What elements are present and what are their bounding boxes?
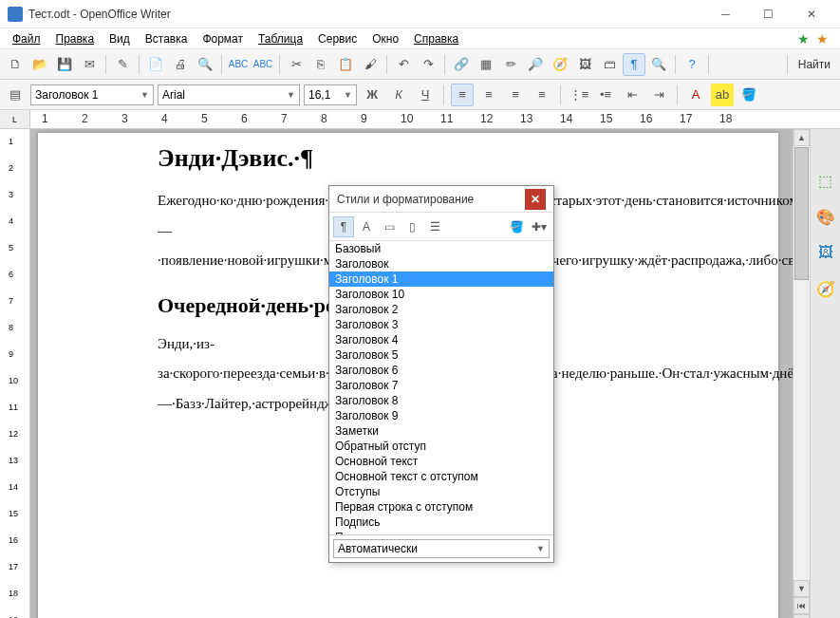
sidebar-styles-icon[interactable]: 🎨 [814, 205, 837, 228]
horizontal-ruler[interactable]: 123456789101112131415161718 [30, 110, 793, 128]
ruler-corner[interactable]: L [0, 110, 30, 128]
scroll-up-icon[interactable]: ▲ [793, 129, 810, 146]
paragraph-styles-icon[interactable]: ¶ [333, 216, 354, 237]
decrease-indent-icon[interactable]: ⇤ [621, 84, 644, 106]
font-color-icon[interactable]: A [684, 84, 707, 106]
scroll-down-icon[interactable]: ▼ [793, 580, 810, 597]
vertical-scrollbar[interactable]: ▲ ▼ ⏮ ◉ ⏭ [793, 129, 810, 618]
draw-icon[interactable]: ✏ [499, 53, 522, 76]
menu-view[interactable]: Вид [103, 31, 137, 47]
menu-table[interactable]: Таблица [252, 31, 309, 47]
menu-help[interactable]: Справка [407, 31, 465, 47]
background-color-icon[interactable]: 🪣 [737, 84, 760, 106]
navigator-icon[interactable]: 🧭 [549, 53, 571, 76]
character-styles-icon[interactable]: A [356, 216, 377, 237]
styles-dialog[interactable]: Стили и форматирование ✕ ¶ A ▭ ▯ ☰ 🪣 ✚▾ … [328, 185, 554, 563]
style-list-item[interactable]: Первая строка с отступом [329, 499, 553, 515]
frame-styles-icon[interactable]: ▭ [379, 216, 400, 237]
style-list-item[interactable]: Заголовок 4 [329, 332, 553, 347]
dialog-close-button[interactable]: ✕ [525, 189, 546, 210]
nav-icon[interactable]: ◉ [793, 614, 810, 618]
menu-format[interactable]: Формат [196, 31, 250, 47]
align-right-icon[interactable]: ≡ [504, 84, 527, 106]
align-left-icon[interactable]: ≡ [451, 84, 474, 106]
menu-window[interactable]: Окно [365, 31, 405, 47]
preview-icon[interactable]: 🔍 [194, 53, 216, 76]
table-icon[interactable]: ▦ [475, 53, 497, 76]
bold-icon[interactable]: Ж [361, 84, 383, 106]
styles-window-icon[interactable]: ▤ [4, 84, 27, 106]
undo-icon[interactable]: ↶ [392, 53, 415, 76]
heading-1[interactable]: Энди·Дэвис.·¶ [158, 144, 759, 173]
underline-icon[interactable]: Ч [414, 84, 437, 106]
close-button[interactable]: ✕ [790, 1, 832, 28]
page-styles-icon[interactable]: ▯ [401, 216, 422, 237]
numbered-list-icon[interactable]: ⋮≡ [568, 84, 590, 106]
style-list-item[interactable]: Заголовок 2 [329, 302, 553, 317]
help-icon[interactable]: ? [681, 53, 703, 76]
style-list-item[interactable]: Отступы [329, 484, 553, 499]
italic-icon[interactable]: К [387, 84, 410, 106]
menu-tools[interactable]: Сервис [311, 31, 364, 47]
style-list-item[interactable]: Заголовок 10 [329, 287, 553, 302]
style-list-item[interactable]: Базовый [329, 241, 553, 256]
menu-insert[interactable]: Вставка [139, 31, 195, 47]
style-list-item[interactable]: Заголовок 1 [329, 272, 553, 287]
style-list-item[interactable]: Заголовок 8 [329, 393, 553, 408]
style-filter-combo[interactable]: Автоматически▼ [333, 539, 550, 558]
redo-icon[interactable]: ↷ [417, 53, 439, 76]
style-list-item[interactable]: Основной текст [329, 454, 553, 469]
minimize-button[interactable]: ─ [704, 1, 747, 28]
align-justify-icon[interactable]: ≡ [531, 84, 553, 106]
style-list-item[interactable]: Подпись [329, 515, 553, 530]
scroll-thumb[interactable] [794, 147, 809, 280]
edit-icon[interactable]: ✎ [111, 53, 134, 76]
prev-page-icon[interactable]: ⏮ [793, 597, 810, 614]
sidebar-navigator-icon[interactable]: 🧭 [814, 277, 837, 300]
increase-indent-icon[interactable]: ⇥ [647, 84, 670, 106]
format-paint-icon[interactable]: 🖌 [359, 53, 382, 76]
list-styles-icon[interactable]: ☰ [424, 216, 445, 237]
cut-icon[interactable]: ✂ [285, 53, 308, 76]
hyperlink-icon[interactable]: 🔗 [450, 53, 473, 76]
style-list-item[interactable]: Заметки [329, 423, 553, 439]
font-name-combo[interactable]: Arial▼ [158, 84, 300, 105]
vertical-ruler[interactable]: 1234567891011121314151617181920 [0, 129, 30, 618]
style-list-item[interactable]: Обратный отступ [329, 439, 553, 454]
menu-edit[interactable]: Правка [49, 31, 102, 47]
highlight-icon[interactable]: ab [711, 84, 734, 106]
sidebar-gallery-icon[interactable]: 🖼 [814, 241, 837, 264]
new-icon[interactable]: 🗋 [4, 53, 27, 76]
new-style-icon[interactable]: ✚▾ [529, 216, 550, 237]
print-icon[interactable]: 🖨 [169, 53, 192, 76]
sidebar-properties-icon[interactable]: ⬚ [814, 169, 837, 192]
dialog-titlebar[interactable]: Стили и форматирование ✕ [329, 186, 553, 213]
style-list-item[interactable]: Основной текст с отступом [329, 469, 553, 484]
autospell-icon[interactable]: ABC [252, 53, 274, 76]
spellcheck-icon[interactable]: ABC [227, 53, 250, 76]
find-label[interactable]: Найти [793, 58, 836, 71]
paste-icon[interactable]: 📋 [334, 53, 357, 76]
zoom-icon[interactable]: 🔍 [647, 53, 670, 76]
star-green-icon[interactable]: ★ [794, 30, 812, 47]
style-list-item[interactable]: Заголовок 6 [329, 363, 553, 378]
style-list-item[interactable]: Заголовок [329, 256, 553, 272]
open-icon[interactable]: 📂 [28, 53, 51, 76]
menu-file[interactable]: Файл [6, 31, 47, 47]
style-list-item[interactable]: Заголовок 3 [329, 317, 553, 332]
style-list-item[interactable]: Заголовок 9 [329, 408, 553, 423]
gallery-icon[interactable]: 🖼 [573, 53, 596, 76]
save-icon[interactable]: 💾 [53, 53, 76, 76]
styles-list[interactable]: БазовыйЗаголовокЗаголовок 1Заголовок 10З… [329, 241, 553, 535]
pdf-icon[interactable]: 📄 [144, 53, 167, 76]
star-orange-icon[interactable]: ★ [813, 30, 831, 47]
bullet-list-icon[interactable]: •≡ [594, 84, 617, 106]
nonprinting-icon[interactable]: ¶ [623, 53, 645, 76]
paragraph-style-combo[interactable]: Заголовок 1▼ [30, 84, 154, 105]
maximize-button[interactable]: ☐ [747, 1, 790, 28]
font-size-combo[interactable]: 16,1▼ [304, 84, 357, 105]
email-icon[interactable]: ✉ [78, 53, 101, 76]
fill-format-icon[interactable]: 🪣 [506, 216, 527, 237]
style-list-item[interactable]: Заголовок 7 [329, 378, 553, 393]
style-list-item[interactable]: Заголовок 5 [329, 347, 553, 363]
